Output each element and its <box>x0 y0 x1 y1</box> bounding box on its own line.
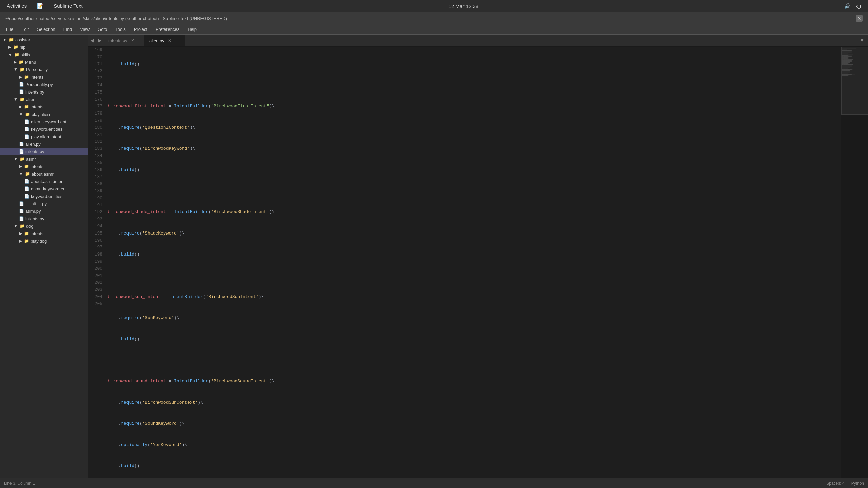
menu-file[interactable]: File <box>3 25 17 33</box>
line-num-195: 195 <box>91 230 102 237</box>
line-num-192: 192 <box>91 209 102 216</box>
folder-label: intents <box>31 104 43 109</box>
tab-dropdown-button[interactable]: ▼ <box>856 35 868 46</box>
folder-label: intents <box>31 231 43 236</box>
line-num-196: 196 <box>91 237 102 244</box>
sidebar-item-personality[interactable]: ▼ 📁 Personality <box>0 66 88 73</box>
tab-close-intents[interactable]: ✕ <box>130 38 135 43</box>
sidebar-item-menu[interactable]: ▶ 📁 Menu <box>0 58 88 66</box>
sidebar-item-alien[interactable]: ▼ 📁 alien <box>0 96 88 103</box>
tab-intents-py[interactable]: intents.py ✕ <box>104 35 144 46</box>
code-line-177: .require('ShadeKeyword')\ <box>108 230 838 237</box>
sidebar-item-dog[interactable]: ▼ 📁 dog <box>0 222 88 230</box>
sidebar-item-about-asmr[interactable]: ▼ 📁 about.asmr <box>0 170 88 178</box>
tab-prev-button[interactable]: ◀ <box>88 35 96 46</box>
code-line-174: .build() <box>108 167 838 174</box>
tab-alien-py[interactable]: alien.py ✕ <box>144 35 185 46</box>
file-label: Personality.py <box>25 82 53 87</box>
line-num-188: 188 <box>91 181 102 188</box>
sidebar-item-intents-alien[interactable]: ▶ 📁 intents <box>0 103 88 110</box>
menu-tools[interactable]: Tools <box>112 25 129 33</box>
folder-expand-icon: ▶ <box>19 239 22 243</box>
folder-label: intents <box>31 75 43 80</box>
menu-project[interactable]: Project <box>131 25 151 33</box>
folder-label: alien <box>26 97 35 102</box>
folder-label: asmr <box>26 157 36 162</box>
app-icon: 📝 <box>37 3 43 9</box>
code-line-176: birchwood_shade_intent = IntentBuilder('… <box>108 209 838 216</box>
folder-label: dog <box>26 224 34 229</box>
line-num-169: 169 <box>91 47 102 54</box>
sidebar-item-asmr-keyword-ent[interactable]: 📄 asmr_keyword.ent <box>0 185 88 192</box>
line-num-174: 174 <box>91 82 102 89</box>
sidebar-item-asmr-py[interactable]: 📄 asmr.py <box>0 207 88 215</box>
folder-expand-icon: ▶ <box>19 231 22 236</box>
menu-find[interactable]: Find <box>60 25 75 33</box>
menu-edit[interactable]: Edit <box>18 25 32 33</box>
sidebar-item-skills[interactable]: ▼ 📁 skills <box>0 51 88 58</box>
tab-next-button[interactable]: ▶ <box>96 35 104 46</box>
file-label: asmr_keyword.ent <box>31 186 67 191</box>
folder-expand-icon: ▼ <box>3 37 7 42</box>
menu-help[interactable]: Help <box>184 25 200 33</box>
sidebar-item-init-py[interactable]: 📄 __init__.py <box>0 200 88 207</box>
folder-expand-icon: ▼ <box>14 157 18 161</box>
folder-icon: 📁 <box>9 37 14 42</box>
folder-expand-icon: ▼ <box>14 67 18 72</box>
sidebar-item-keyword-entities-alien[interactable]: 📄 keyword.entities <box>0 125 88 133</box>
folder-icon: 📁 <box>19 60 24 64</box>
sidebar-item-play-alien-intent[interactable]: 📄 play.alien.intent <box>0 133 88 140</box>
minimap[interactable]: ████ ██ ████████████████████████████ ███… <box>841 47 868 478</box>
code-line-185: .require('BirchwoodSunContext')\ <box>108 399 838 406</box>
sidebar-item-play-alien[interactable]: ▼ 📁 play.alien <box>0 110 88 118</box>
code-line-170 <box>108 82 838 89</box>
code-content[interactable]: .build() birchwood_first_intent = Intent… <box>105 47 841 478</box>
line-num-182: 182 <box>91 138 102 145</box>
sidebar-item-intents-personality[interactable]: ▶ 📁 intents <box>0 73 88 81</box>
line-num-187: 187 <box>91 174 102 181</box>
folder-expand-icon: ▶ <box>19 75 22 79</box>
sidebar-item-intents-asmr[interactable]: ▶ 📁 intents <box>0 163 88 170</box>
menu-selection[interactable]: Selection <box>34 25 58 33</box>
menu-view[interactable]: View <box>77 25 93 33</box>
line-num-189: 189 <box>91 188 102 195</box>
activities-label[interactable]: Activities <box>7 3 27 9</box>
indentation-info[interactable]: Spaces: 4 <box>826 481 844 486</box>
volume-icon[interactable]: 🔊 <box>844 3 851 9</box>
line-num-191: 191 <box>91 202 102 209</box>
line-num-178: 178 <box>91 110 102 117</box>
code-line-186: .require('SoundKeyword')\ <box>108 420 838 427</box>
title-bar: ~/code/soother-chatbot/server/assistant/… <box>0 12 868 24</box>
line-num-204: 204 <box>91 293 102 301</box>
close-button[interactable]: ✕ <box>856 15 863 22</box>
folder-icon: 📁 <box>20 97 25 102</box>
file-tree-sidebar: ▼ 📁 assistant ▶ 📁 nlp ▼ 📁 skills ▶ 📁 Men… <box>0 35 88 478</box>
power-icon[interactable]: ⏻ <box>856 3 861 9</box>
window-title: ~/code/soother-chatbot/server/assistant/… <box>5 16 227 21</box>
menu-goto[interactable]: Goto <box>94 25 111 33</box>
sidebar-item-asmr[interactable]: ▼ 📁 asmr <box>0 155 88 163</box>
sidebar-item-alien-keyword-ent[interactable]: 📄 alien_keyword.ent <box>0 118 88 125</box>
folder-label: nlp <box>20 45 25 50</box>
sidebar-item-personality-py[interactable]: 📄 Personality.py <box>0 81 88 88</box>
folder-expand-icon: ▼ <box>8 52 12 57</box>
menu-preferences[interactable]: Preferences <box>152 25 183 33</box>
code-line-180: birchwood_sun_intent = IntentBuilder('Bi… <box>108 293 838 301</box>
sidebar-item-about-asmr-intent[interactable]: 📄 about.asmr.intent <box>0 178 88 185</box>
sidebar-item-keyword-entities-asmr[interactable]: 📄 keyword.entities <box>0 192 88 200</box>
sidebar-item-intents-py-asmr[interactable]: 📄 intents.py <box>0 215 88 222</box>
sidebar-item-intents-py-alien[interactable]: 📄 intents.py <box>0 148 88 155</box>
sidebar-item-alien-py[interactable]: 📄 alien.py <box>0 140 88 148</box>
tab-close-alien[interactable]: ✕ <box>167 38 172 43</box>
folder-label: play.dog <box>31 239 47 244</box>
sidebar-item-nlp[interactable]: ▶ 📁 nlp <box>0 43 88 51</box>
code-line-171: birchwood_first_intent = IntentBuilder("… <box>108 103 838 110</box>
folder-label: Personality <box>26 67 48 72</box>
language-mode[interactable]: Python <box>851 481 864 486</box>
sidebar-item-play-dog[interactable]: ▶ 📁 play.dog <box>0 237 88 245</box>
sidebar-item-assistant[interactable]: ▼ 📁 assistant <box>0 36 88 43</box>
sidebar-item-intents-dog[interactable]: ▶ 📁 intents <box>0 230 88 237</box>
code-editor[interactable]: 169 170 171 172 173 174 175 176 177 178 … <box>88 47 868 478</box>
line-num-175: 175 <box>91 89 102 96</box>
sidebar-item-intents-py-personality[interactable]: 📄 intents.py <box>0 88 88 96</box>
